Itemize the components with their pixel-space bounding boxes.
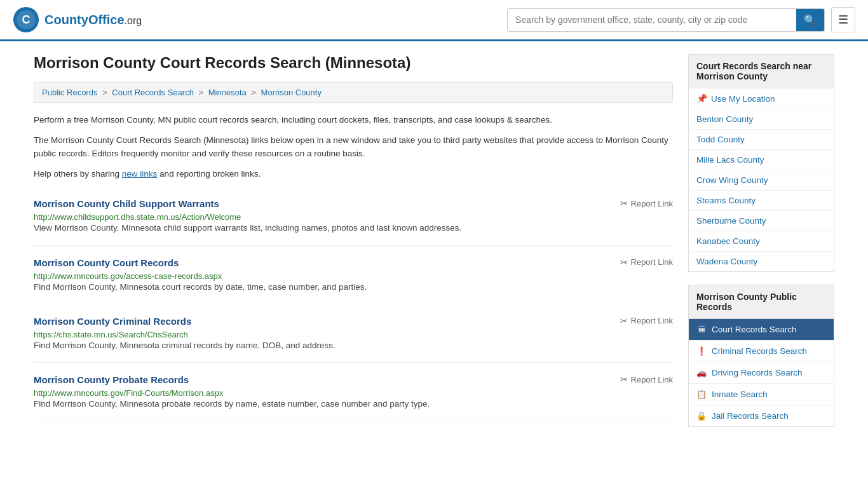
description-3: Help others by sharing new links and rep… (34, 167, 673, 181)
nearby-county-link[interactable]: Benton County (696, 114, 753, 124)
record-item: Morrison County Criminal Records ✂ Repor… (34, 304, 673, 363)
site-header: C CountyOffice.org 🔍 ☰ (0, 0, 868, 41)
pub-rec-label[interactable]: Jail Records Search (712, 411, 789, 421)
nearby-county-link[interactable]: Kanabec County (696, 236, 760, 246)
logo-text: CountyOffice.org (44, 13, 142, 27)
nearby-header: Court Records Search near Morrison Count… (688, 54, 834, 88)
breadcrumb-sep-3: > (251, 88, 258, 97)
record-title[interactable]: Morrison County Child Support Warrants (34, 198, 219, 209)
nearby-county-link[interactable]: Stearns County (696, 196, 756, 205)
svg-text:C: C (22, 13, 31, 26)
report-link[interactable]: ✂ Report Link (620, 198, 673, 208)
nearby-county-item: Mille Lacs County (689, 150, 834, 170)
record-title[interactable]: Morrison County Court Records (34, 257, 179, 268)
public-records-list: 🏛 Court Records Search ❗ Criminal Record… (688, 318, 834, 427)
breadcrumb-sep-1: > (102, 88, 109, 97)
pub-rec-icon: ❗ (696, 346, 707, 356)
breadcrumb: Public Records > Court Records Search > … (34, 82, 673, 103)
nearby-county-item: Kanabec County (689, 231, 834, 252)
nearby-list: 📌 Use My Location Benton CountyTodd Coun… (688, 88, 834, 272)
breadcrumb-minnesota[interactable]: Minnesota (208, 88, 247, 97)
report-label: Report Link (631, 257, 673, 267)
location-pin-icon: 📌 (696, 93, 707, 104)
nearby-county-link[interactable]: Crow Wing County (696, 175, 768, 185)
record-header: Morrison County Court Records ✂ Report L… (34, 257, 673, 268)
report-icon: ✂ (620, 374, 628, 384)
breadcrumb-court-records[interactable]: Court Records Search (112, 88, 194, 97)
report-link[interactable]: ✂ Report Link (620, 316, 673, 326)
content-area: Morrison County Court Records Search (Mi… (34, 54, 673, 440)
record-title[interactable]: Morrison County Criminal Records (34, 316, 191, 327)
header-right: 🔍 ☰ (507, 7, 855, 32)
nearby-county-link[interactable]: Sherburne County (696, 216, 766, 226)
pub-rec-icon: 🔒 (696, 411, 707, 421)
report-icon: ✂ (620, 257, 628, 268)
public-records-nav-item[interactable]: 📋 Inmate Search (689, 384, 834, 405)
record-title[interactable]: Morrison County Probate Records (34, 374, 189, 385)
breadcrumb-sep-2: > (199, 88, 206, 97)
main-container: Morrison County Court Records Search (Mi… (21, 41, 847, 452)
pub-rec-icon: 📋 (696, 390, 707, 399)
report-link[interactable]: ✂ Report Link (620, 257, 673, 268)
nearby-county-item: Todd County (689, 130, 834, 150)
search-button[interactable]: 🔍 (796, 9, 824, 31)
record-header: Morrison County Criminal Records ✂ Repor… (34, 316, 673, 327)
pub-rec-icon: 🏛 (696, 325, 707, 334)
report-label: Report Link (631, 316, 673, 325)
record-description: Find Morrison County, Minnesota criminal… (34, 339, 673, 352)
nearby-county-item: Crow Wing County (689, 170, 834, 191)
records-list: Morrison County Child Support Warrants ✂… (34, 187, 673, 421)
nearby-county-link[interactable]: Mille Lacs County (696, 155, 764, 165)
record-description: Find Morrison County, Minnesota probate … (34, 398, 673, 410)
desc3-prefix: Help others by sharing (34, 169, 122, 179)
pub-rec-label[interactable]: Criminal Records Search (712, 346, 807, 356)
public-records-nav-item[interactable]: 🔒 Jail Records Search (689, 405, 834, 426)
public-records-section: Morrison County Public Records 🏛 Court R… (688, 285, 834, 427)
new-links-link[interactable]: new links (122, 169, 158, 179)
desc3-suffix: and reporting broken links. (157, 169, 261, 179)
pub-rec-label[interactable]: Inmate Search (712, 390, 768, 399)
description-1: Perform a free Morrison County, MN publi… (34, 113, 673, 127)
nearby-county-link[interactable]: Wadena County (696, 257, 757, 266)
logo-icon: C (13, 6, 39, 33)
record-url[interactable]: http://www.childsupport.dhs.state.mn.us/… (34, 212, 241, 222)
record-item: Morrison County Child Support Warrants ✂… (34, 187, 673, 245)
nearby-counties: Benton CountyTodd CountyMille Lacs Count… (689, 109, 834, 271)
use-my-location-item[interactable]: 📌 Use My Location (689, 88, 834, 109)
report-label: Report Link (631, 199, 673, 208)
record-item: Morrison County Court Records ✂ Report L… (34, 246, 673, 304)
public-records-items: 🏛 Court Records Search ❗ Criminal Record… (689, 319, 834, 426)
report-label: Report Link (631, 375, 673, 384)
nearby-county-link[interactable]: Todd County (696, 135, 745, 144)
public-records-nav-item[interactable]: 🚗 Driving Records Search (689, 362, 834, 384)
record-url[interactable]: https://chs.state.mn.us/Search/ChsSearch (34, 330, 188, 339)
pub-rec-label[interactable]: Court Records Search (712, 325, 797, 334)
report-link[interactable]: ✂ Report Link (620, 374, 673, 384)
record-header: Morrison County Child Support Warrants ✂… (34, 198, 673, 209)
description-2: The Morrison County Court Records Search… (34, 133, 673, 161)
page-title: Morrison County Court Records Search (Mi… (34, 54, 673, 72)
breadcrumb-morrison[interactable]: Morrison County (261, 88, 322, 97)
pub-rec-label[interactable]: Driving Records Search (712, 368, 803, 377)
search-input[interactable] (508, 10, 796, 30)
use-my-location-link[interactable]: Use My Location (711, 94, 775, 104)
public-records-nav-item[interactable]: ❗ Criminal Records Search (689, 341, 834, 362)
nearby-county-item: Sherburne County (689, 211, 834, 231)
public-records-header: Morrison County Public Records (688, 285, 834, 318)
menu-button[interactable]: ☰ (831, 7, 855, 32)
report-icon: ✂ (620, 198, 628, 208)
public-records-nav-item[interactable]: 🏛 Court Records Search (689, 319, 834, 341)
record-url[interactable]: http://www.mncourts.gov/Find-Courts/Morr… (34, 388, 223, 398)
search-bar: 🔍 (507, 8, 825, 32)
nearby-county-item: Wadena County (689, 252, 834, 271)
nearby-section: Court Records Search near Morrison Count… (688, 54, 834, 272)
nearby-county-item: Stearns County (689, 191, 834, 211)
record-url[interactable]: http://www.mncourts.gov/access-case-reco… (34, 271, 222, 281)
breadcrumb-public-records[interactable]: Public Records (42, 88, 97, 97)
logo-area: C CountyOffice.org (13, 6, 142, 33)
report-icon: ✂ (620, 316, 628, 326)
record-description: Find Morrison County, Minnesota court re… (34, 281, 673, 294)
record-header: Morrison County Probate Records ✂ Report… (34, 374, 673, 385)
sidebar: Court Records Search near Morrison Count… (688, 54, 834, 440)
record-item: Morrison County Probate Records ✂ Report… (34, 363, 673, 421)
